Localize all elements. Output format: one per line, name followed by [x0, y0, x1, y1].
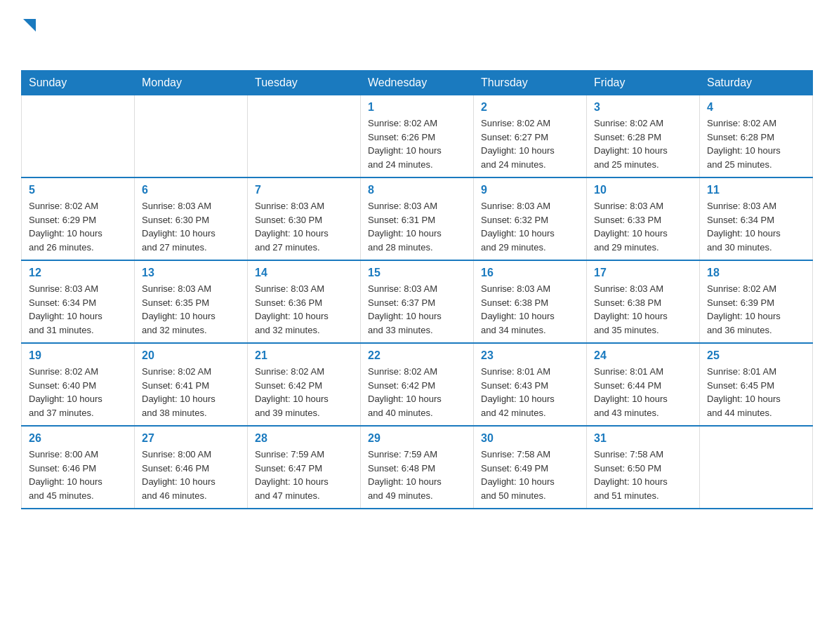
day-cell: 16Sunrise: 8:03 AM Sunset: 6:38 PM Dayli… — [474, 260, 587, 343]
day-cell: 25Sunrise: 8:01 AM Sunset: 6:45 PM Dayli… — [700, 343, 813, 426]
day-cell: 19Sunrise: 8:02 AM Sunset: 6:40 PM Dayli… — [22, 343, 135, 426]
week-row-1: 1Sunrise: 8:02 AM Sunset: 6:26 PM Daylig… — [22, 95, 813, 178]
header-cell-monday: Monday — [135, 71, 248, 95]
day-number: 11 — [707, 184, 805, 196]
day-info: Sunrise: 8:03 AM Sunset: 6:35 PM Dayligh… — [142, 282, 240, 337]
day-cell: 29Sunrise: 7:59 AM Sunset: 6:48 PM Dayli… — [361, 426, 474, 509]
day-info: Sunrise: 8:01 AM Sunset: 6:43 PM Dayligh… — [481, 365, 579, 420]
day-number: 6 — [142, 184, 240, 196]
week-row-5: 26Sunrise: 8:00 AM Sunset: 6:46 PM Dayli… — [22, 426, 813, 509]
day-cell: 31Sunrise: 7:58 AM Sunset: 6:50 PM Dayli… — [587, 426, 700, 509]
day-info: Sunrise: 8:02 AM Sunset: 6:39 PM Dayligh… — [707, 282, 805, 337]
day-cell: 18Sunrise: 8:02 AM Sunset: 6:39 PM Dayli… — [700, 260, 813, 343]
day-number: 7 — [255, 184, 353, 196]
day-cell: 4Sunrise: 8:02 AM Sunset: 6:28 PM Daylig… — [700, 95, 813, 178]
logo-triangle-icon — [23, 15, 36, 35]
day-cell: 13Sunrise: 8:03 AM Sunset: 6:35 PM Dayli… — [135, 260, 248, 343]
page-header — [21, 14, 813, 58]
day-number: 25 — [707, 349, 805, 362]
week-row-4: 19Sunrise: 8:02 AM Sunset: 6:40 PM Dayli… — [22, 343, 813, 426]
day-number: 22 — [368, 349, 466, 362]
day-cell: 24Sunrise: 8:01 AM Sunset: 6:44 PM Dayli… — [587, 343, 700, 426]
day-number: 28 — [255, 432, 353, 445]
day-info: Sunrise: 7:58 AM Sunset: 6:50 PM Dayligh… — [594, 448, 692, 502]
day-cell: 27Sunrise: 8:00 AM Sunset: 6:46 PM Dayli… — [135, 426, 248, 509]
day-info: Sunrise: 8:03 AM Sunset: 6:32 PM Dayligh… — [481, 199, 579, 254]
day-number: 17 — [594, 267, 692, 279]
day-info: Sunrise: 8:03 AM Sunset: 6:36 PM Dayligh… — [255, 282, 353, 337]
day-number: 8 — [368, 184, 466, 196]
day-cell — [248, 95, 361, 178]
header-cell-saturday: Saturday — [700, 71, 813, 95]
day-info: Sunrise: 8:02 AM Sunset: 6:28 PM Dayligh… — [707, 116, 805, 171]
day-cell: 12Sunrise: 8:03 AM Sunset: 6:34 PM Dayli… — [22, 260, 135, 343]
day-info: Sunrise: 8:01 AM Sunset: 6:44 PM Dayligh… — [594, 365, 692, 420]
header-cell-thursday: Thursday — [474, 71, 587, 95]
day-cell: 20Sunrise: 8:02 AM Sunset: 6:41 PM Dayli… — [135, 343, 248, 426]
day-cell: 5Sunrise: 8:02 AM Sunset: 6:29 PM Daylig… — [22, 177, 135, 260]
day-number: 16 — [481, 267, 579, 279]
day-number: 31 — [594, 432, 692, 445]
day-info: Sunrise: 7:58 AM Sunset: 6:49 PM Dayligh… — [481, 448, 579, 502]
day-info: Sunrise: 8:03 AM Sunset: 6:34 PM Dayligh… — [29, 282, 127, 337]
day-cell: 11Sunrise: 8:03 AM Sunset: 6:34 PM Dayli… — [700, 177, 813, 260]
day-number: 30 — [481, 432, 579, 445]
day-number: 5 — [29, 184, 127, 196]
day-info: Sunrise: 8:03 AM Sunset: 6:30 PM Dayligh… — [142, 199, 240, 254]
day-info: Sunrise: 8:01 AM Sunset: 6:45 PM Dayligh… — [707, 365, 805, 420]
day-cell: 28Sunrise: 7:59 AM Sunset: 6:47 PM Dayli… — [248, 426, 361, 509]
day-number: 27 — [142, 432, 240, 445]
day-cell: 2Sunrise: 8:02 AM Sunset: 6:27 PM Daylig… — [474, 95, 587, 178]
day-cell: 23Sunrise: 8:01 AM Sunset: 6:43 PM Dayli… — [474, 343, 587, 426]
day-info: Sunrise: 8:02 AM Sunset: 6:26 PM Dayligh… — [368, 116, 466, 171]
day-number: 29 — [368, 432, 466, 445]
day-cell: 22Sunrise: 8:02 AM Sunset: 6:42 PM Dayli… — [361, 343, 474, 426]
day-info: Sunrise: 8:02 AM Sunset: 6:42 PM Dayligh… — [368, 365, 466, 420]
header-cell-tuesday: Tuesday — [248, 71, 361, 95]
day-number: 10 — [594, 184, 692, 196]
day-info: Sunrise: 8:02 AM Sunset: 6:28 PM Dayligh… — [594, 116, 692, 171]
day-number: 26 — [29, 432, 127, 445]
day-info: Sunrise: 8:02 AM Sunset: 6:41 PM Dayligh… — [142, 365, 240, 420]
day-info: Sunrise: 8:03 AM Sunset: 6:31 PM Dayligh… — [368, 199, 466, 254]
day-cell: 26Sunrise: 8:00 AM Sunset: 6:46 PM Dayli… — [22, 426, 135, 509]
header-cell-sunday: Sunday — [22, 71, 135, 95]
day-cell: 14Sunrise: 8:03 AM Sunset: 6:36 PM Dayli… — [248, 260, 361, 343]
header-cell-wednesday: Wednesday — [361, 71, 474, 95]
day-number: 20 — [142, 349, 240, 362]
day-number: 15 — [368, 267, 466, 279]
day-cell: 8Sunrise: 8:03 AM Sunset: 6:31 PM Daylig… — [361, 177, 474, 260]
day-cell: 10Sunrise: 8:03 AM Sunset: 6:33 PM Dayli… — [587, 177, 700, 260]
day-info: Sunrise: 8:02 AM Sunset: 6:29 PM Dayligh… — [29, 199, 127, 254]
day-info: Sunrise: 8:02 AM Sunset: 6:27 PM Dayligh… — [481, 116, 579, 171]
day-cell — [700, 426, 813, 509]
day-cell: 6Sunrise: 8:03 AM Sunset: 6:30 PM Daylig… — [135, 177, 248, 260]
day-number: 12 — [29, 267, 127, 279]
day-cell: 9Sunrise: 8:03 AM Sunset: 6:32 PM Daylig… — [474, 177, 587, 260]
day-number: 4 — [707, 101, 805, 114]
day-info: Sunrise: 8:03 AM Sunset: 6:38 PM Dayligh… — [481, 282, 579, 337]
day-number: 18 — [707, 267, 805, 279]
calendar-table: SundayMondayTuesdayWednesdayThursdayFrid… — [21, 70, 813, 509]
day-number: 21 — [255, 349, 353, 362]
day-cell: 3Sunrise: 8:02 AM Sunset: 6:28 PM Daylig… — [587, 95, 700, 178]
day-info: Sunrise: 7:59 AM Sunset: 6:47 PM Dayligh… — [255, 448, 353, 502]
day-info: Sunrise: 8:03 AM Sunset: 6:33 PM Dayligh… — [594, 199, 692, 254]
day-info: Sunrise: 8:03 AM Sunset: 6:37 PM Dayligh… — [368, 282, 466, 337]
day-cell — [22, 95, 135, 178]
svg-marker-0 — [23, 19, 36, 32]
week-row-2: 5Sunrise: 8:02 AM Sunset: 6:29 PM Daylig… — [22, 177, 813, 260]
day-number: 1 — [368, 101, 466, 114]
day-number: 14 — [255, 267, 353, 279]
header-cell-friday: Friday — [587, 71, 700, 95]
day-number: 23 — [481, 349, 579, 362]
day-cell: 7Sunrise: 8:03 AM Sunset: 6:30 PM Daylig… — [248, 177, 361, 260]
day-number: 3 — [594, 101, 692, 114]
day-info: Sunrise: 8:02 AM Sunset: 6:40 PM Dayligh… — [29, 365, 127, 420]
day-number: 13 — [142, 267, 240, 279]
day-cell: 15Sunrise: 8:03 AM Sunset: 6:37 PM Dayli… — [361, 260, 474, 343]
day-cell — [135, 95, 248, 178]
day-cell: 30Sunrise: 7:58 AM Sunset: 6:49 PM Dayli… — [474, 426, 587, 509]
logo — [21, 14, 36, 58]
day-number: 2 — [481, 101, 579, 114]
